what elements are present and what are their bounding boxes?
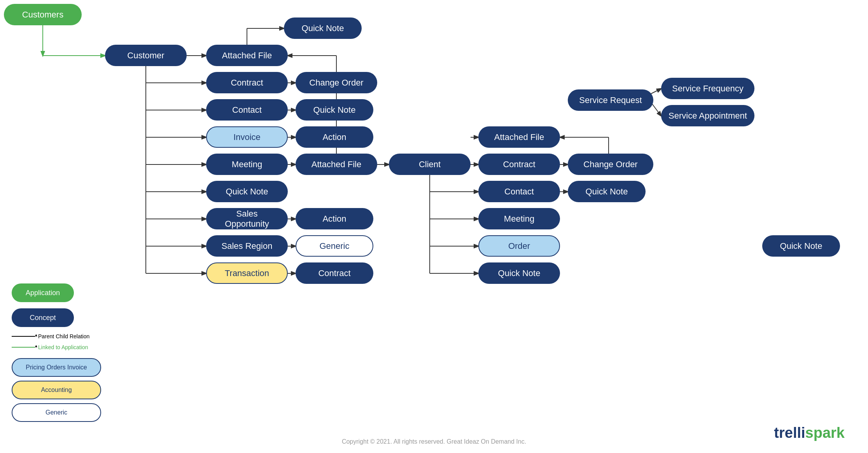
contract-client-node[interactable]: Contract (478, 154, 560, 175)
contract-client-label: Contract (503, 159, 535, 170)
legend-parent-child-label: Parent Child Relation (38, 333, 89, 339)
customers-node[interactable]: Customers (4, 4, 82, 25)
attached-file-client-label: Attached File (494, 132, 544, 142)
legend-linked-app-label: Linked to Application (38, 344, 88, 350)
attached-file-1-node[interactable]: Attached File (206, 45, 288, 66)
meeting-1-label: Meeting (232, 159, 262, 170)
attached-file-inv-label: Attached File (312, 159, 361, 170)
action-invoice-node[interactable]: Action (296, 126, 373, 148)
attached-file-1-label: Attached File (222, 51, 272, 61)
legend-application-label: Application (26, 289, 60, 297)
contract-1-node[interactable]: Contract (206, 72, 288, 93)
service-request-node[interactable]: Service Request (568, 89, 653, 111)
invoice-label: Invoice (233, 132, 261, 142)
service-frequency-label: Service Frequency (672, 84, 743, 94)
attached-file-client-node[interactable]: Attached File (478, 126, 560, 148)
meeting-client-label: Meeting (504, 214, 534, 224)
legend-concept: Concept (12, 308, 74, 327)
client-label: Client (419, 159, 441, 170)
transaction-node[interactable]: Transaction (206, 262, 288, 284)
legend-pricing: Pricing Orders Invoice (12, 358, 101, 377)
parent-child-line (12, 336, 35, 337)
service-frequency-node[interactable]: Service Frequency (661, 78, 754, 99)
quick-note-right-node[interactable]: Quick Note (762, 235, 840, 257)
quick-note-client-contact-node[interactable]: Quick Note (568, 181, 646, 202)
contact-client-node[interactable]: Contact (478, 181, 560, 202)
client-node[interactable]: Client (389, 154, 471, 175)
sales-region-label: Sales Region (222, 241, 273, 251)
change-order-1-label: Change Order (309, 78, 363, 88)
contract-2-node[interactable]: Contract (296, 262, 373, 284)
contact-1-node[interactable]: Contact (206, 99, 288, 121)
meeting-1-node[interactable]: Meeting (206, 154, 288, 175)
legend-parent-child: Parent Child Relation (12, 333, 101, 339)
legend-linked-app: Linked to Application (12, 344, 101, 350)
customer-label: Customer (127, 51, 164, 61)
transaction-label: Transaction (225, 268, 269, 278)
legend-accounting: Accounting (12, 381, 101, 399)
quick-note-1-node[interactable]: Quick Note (206, 181, 288, 202)
contact-1-label: Contact (232, 105, 262, 115)
generic-1-node[interactable]: Generic (296, 235, 373, 257)
order-label: Order (508, 241, 530, 251)
contact-client-label: Contact (504, 187, 534, 197)
change-order-client-node[interactable]: Change Order (568, 154, 653, 175)
quick-note-client-contact-label: Quick Note (586, 187, 628, 197)
quick-note-client-node[interactable]: Quick Note (478, 262, 560, 284)
generic-1-label: Generic (319, 241, 349, 251)
change-order-client-label: Change Order (583, 159, 637, 170)
service-request-label: Service Request (579, 95, 642, 105)
quick-note-right-label: Quick Note (780, 241, 822, 251)
sales-region-node[interactable]: Sales Region (206, 235, 288, 257)
customers-label: Customers (22, 10, 63, 20)
quick-note-client-label: Quick Note (498, 268, 541, 278)
quick-note-top-label: Quick Note (302, 23, 344, 33)
legend-accounting-label: Accounting (41, 387, 72, 394)
quick-note-1-label: Quick Note (226, 187, 268, 197)
action-invoice-label: Action (322, 132, 346, 142)
contract-2-label: Contract (318, 268, 350, 278)
sales-opp-node[interactable]: Sales Opportunity (206, 208, 288, 229)
legend-concept-label: Concept (30, 314, 56, 322)
legend-pricing-label: Pricing Orders Invoice (26, 364, 87, 371)
service-appointment-node[interactable]: Service Appointment (661, 105, 754, 126)
action-sales-node[interactable]: Action (296, 208, 373, 229)
order-node[interactable]: Order (478, 235, 560, 257)
legend-application: Application (12, 283, 74, 302)
brand-trelli: trelli (774, 425, 805, 441)
brand-spark: spark (805, 425, 845, 441)
legend: Application Concept Parent Child Relatio… (12, 283, 101, 422)
copyright-text: Copyright © 2021. All rights reserved. G… (342, 438, 526, 445)
action-sales-label: Action (322, 214, 346, 224)
copyright: Copyright © 2021. All rights reserved. G… (342, 438, 526, 445)
quick-note-contact-label: Quick Note (313, 105, 356, 115)
attached-file-inv-node[interactable]: Attached File (296, 154, 377, 175)
change-order-1-node[interactable]: Change Order (296, 72, 377, 93)
legend-generic: Generic (12, 403, 101, 422)
contract-1-label: Contract (231, 78, 263, 88)
legend-generic-label: Generic (46, 409, 67, 416)
linked-app-line (12, 347, 35, 348)
brand: trellispark (774, 425, 845, 441)
sales-opp-label: Sales Opportunity (213, 209, 281, 229)
invoice-node[interactable]: Invoice (206, 126, 288, 148)
quick-note-contact-node[interactable]: Quick Note (296, 99, 373, 121)
customer-node[interactable]: Customer (105, 45, 187, 66)
service-appointment-label: Service Appointment (668, 111, 747, 121)
quick-note-top-node[interactable]: Quick Note (284, 17, 362, 39)
meeting-client-node[interactable]: Meeting (478, 208, 560, 229)
